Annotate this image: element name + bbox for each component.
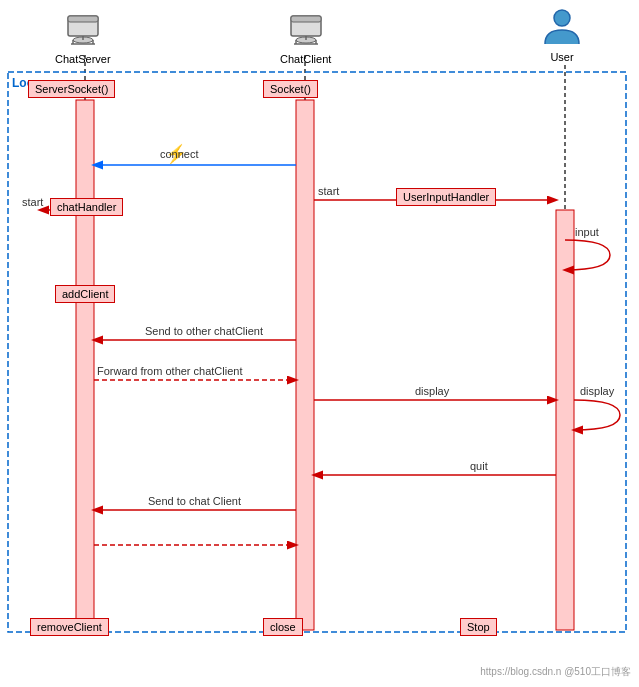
quit-label: quit (470, 460, 488, 472)
svg-rect-5 (556, 210, 574, 630)
send-to-other-label: Send to other chatClient (145, 325, 263, 337)
user-icon (543, 8, 581, 49)
start-ch-label: start (22, 196, 43, 208)
svg-rect-3 (76, 100, 94, 630)
chatclient-label: ChatClient (280, 53, 331, 65)
watermark: https://blog.csdn.n @510工口博客 (480, 665, 631, 679)
chat-handler-box: chatHandler (50, 198, 123, 216)
arrows-layer: ⚡ (0, 0, 639, 687)
send-to-chat-label: Send to chat Client (148, 495, 241, 507)
svg-rect-25 (291, 16, 321, 22)
server-socket-box: ServerSocket() (28, 80, 115, 98)
svg-rect-18 (68, 16, 98, 22)
remove-client-box: removeClient (30, 618, 109, 636)
svg-rect-4 (296, 100, 314, 630)
add-client-box: addClient (55, 285, 115, 303)
socket-box: Socket() (263, 80, 318, 98)
connect-label: connect (160, 148, 199, 160)
display-self-label: display (580, 385, 614, 397)
stop-box: Stop (460, 618, 497, 636)
client-icon (286, 8, 326, 51)
server-icon (63, 8, 103, 51)
user-input-handler-box: UserInputHandler (396, 188, 496, 206)
actor-user: User (543, 8, 581, 63)
sequence-diagram: ⚡ Loop: (0, 0, 639, 687)
forward-label: Forward from other chatClient (97, 365, 243, 377)
user-label: User (550, 51, 573, 63)
input-label: input (575, 226, 599, 238)
svg-point-31 (554, 10, 570, 26)
chatserver-label: ChatServer (55, 53, 111, 65)
svg-rect-6 (8, 72, 626, 632)
display-label: display (415, 385, 449, 397)
close-box: close (263, 618, 303, 636)
start-uih-label: start (318, 185, 339, 197)
actor-chatclient: ChatClient (280, 8, 331, 65)
actor-chatserver: ChatServer (55, 8, 111, 65)
